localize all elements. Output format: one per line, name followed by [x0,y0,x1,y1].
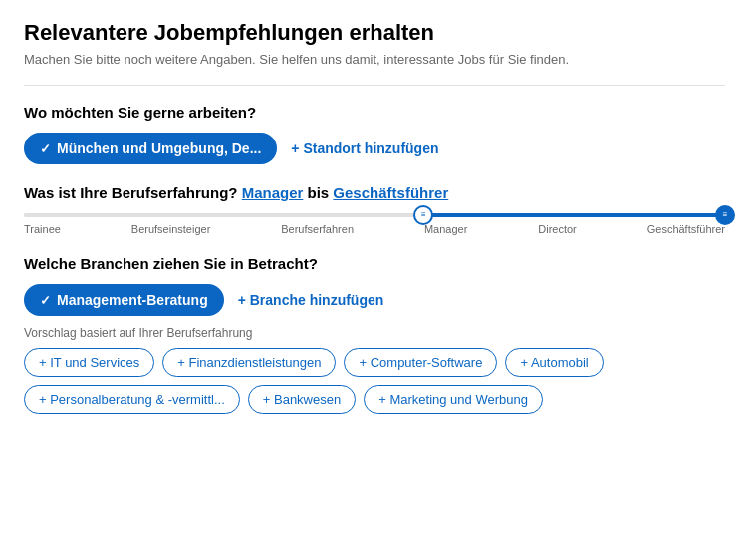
thumb-right-icon: ≡ [723,211,728,219]
slider-fill-right [423,213,725,217]
slider-thumb-right[interactable]: ≡ [715,205,735,225]
experience-slider[interactable]: ≡ ≡ Trainee Berufseinsteiger Berufserfah… [24,213,725,235]
slider-thumb-left[interactable]: ≡ [413,205,433,225]
suggestion-chip-finanz-label: + Finanzdienstleistungen [177,355,321,370]
selected-industry-label: Management-Beratung [57,292,208,308]
thumb-left-icon: ≡ [421,211,426,219]
location-row: ✓ München und Umgebung, De... + Standort… [24,133,725,164]
add-location-button[interactable]: + Standort hinzufügen [291,140,438,156]
suggestion-label: Vorschlag basiert auf Ihrer Berufserfahr… [24,326,725,340]
suggestion-chip-personal-label: + Personalberatung & -vermittl... [39,392,225,407]
slider-label-director: Director [538,223,577,235]
page-title: Relevantere Jobempfehlungen erhalten [24,20,725,46]
suggestion-chip-marketing[interactable]: + Marketing und Werbung [364,385,543,414]
slider-label-trainee: Trainee [24,223,61,235]
selected-location-button[interactable]: ✓ München und Umgebung, De... [24,133,277,164]
check-icon: ✓ [40,141,51,156]
slider-labels: Trainee Berufseinsteiger Berufserfahren … [24,223,725,235]
page-header: Relevantere Jobempfehlungen erhalten Mac… [24,20,725,67]
page-subtitle: Machen Sie bitte noch weitere Angaben. S… [24,52,725,67]
selected-industry-button[interactable]: ✓ Management-Beratung [24,284,224,316]
location-section: Wo möchten Sie gerne arbeiten? ✓ München… [24,104,725,164]
industry-suggestions: + IT und Services + Finanzdienstleistung… [24,348,725,414]
industry-row: ✓ Management-Beratung + Branche hinzufüg… [24,284,725,316]
suggestion-chip-automobil[interactable]: + Automobil [505,348,603,377]
suggestion-chip-it[interactable]: + IT und Services [24,348,154,377]
location-section-label: Wo möchten Sie gerne arbeiten? [24,104,725,121]
experience-from-link[interactable]: Manager [242,184,304,201]
selected-location-label: München und Umgebung, De... [57,140,261,156]
suggestion-chip-computer-label: + Computer-Software [359,355,482,370]
suggestion-chip-bank-label: + Bankwesen [263,392,341,407]
industry-check-icon: ✓ [40,293,51,308]
slider-label-manager: Manager [424,223,467,235]
suggestion-chip-automobil-label: + Automobil [520,355,588,370]
suggestion-chip-personal[interactable]: + Personalberatung & -vermittl... [24,385,240,414]
slider-label-geschaeftsfuehrer: Geschäftsführer [647,223,725,235]
slider-label-berufseinsteiger: Berufseinsteiger [131,223,211,235]
suggestion-chip-computer[interactable]: + Computer-Software [344,348,497,377]
slider-label-berufserfahren: Berufserfahren [281,223,354,235]
add-industry-button[interactable]: + Branche hinzufügen [238,292,384,308]
suggestion-chip-it-label: + IT und Services [39,355,139,370]
industry-section: Welche Branchen ziehen Sie in Betracht? … [24,255,725,414]
experience-section-label: Was ist Ihre Berufserfahrung? Manager bi… [24,184,725,201]
industry-section-label: Welche Branchen ziehen Sie in Betracht? [24,255,725,272]
experience-label-prefix: Was ist Ihre Berufserfahrung? [24,184,242,201]
suggestion-chip-finanz[interactable]: + Finanzdienstleistungen [162,348,336,377]
slider-fill-left [24,213,423,217]
experience-to-link[interactable]: Geschäftsführer [333,184,448,201]
divider-1 [24,85,725,86]
suggestion-chip-bank[interactable]: + Bankwesen [248,385,356,414]
experience-section: Was ist Ihre Berufserfahrung? Manager bi… [24,184,725,235]
suggestion-chip-marketing-label: + Marketing und Werbung [378,392,528,407]
slider-track: ≡ ≡ [24,213,725,217]
